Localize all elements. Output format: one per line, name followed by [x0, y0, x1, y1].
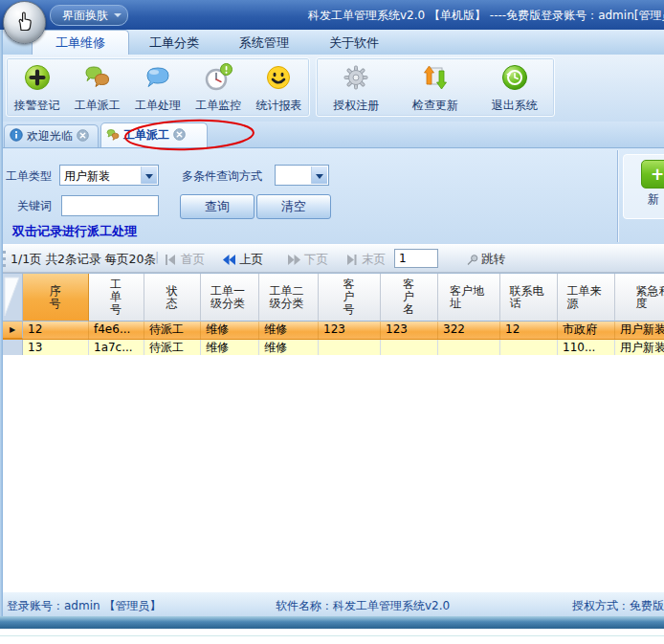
ribbon-tab-about-software[interactable]: 关于软件 [309, 31, 399, 55]
last-page-button[interactable]: 末页 [345, 252, 386, 268]
status-bar: 登录账号：admin 【管理员】 软件名称：科发工单管理系统v2.0 授权方式：… [0, 591, 664, 616]
separator: | [155, 250, 159, 264]
close-icon[interactable] [173, 128, 186, 144]
header-workorder-source[interactable]: 工单来源 [558, 274, 615, 322]
work-order-type-label: 工单类型 [6, 168, 52, 185]
header-category-2[interactable]: 工单二级分类 [259, 274, 319, 322]
new-workorder-button[interactable]: + [641, 160, 664, 189]
cell-status: 待派工 [144, 322, 201, 339]
plus-circle-icon [23, 63, 52, 96]
last-page-label: 末页 [362, 252, 386, 268]
window-left-edge [0, 30, 3, 616]
table-corner-cell[interactable] [3, 274, 23, 322]
toolbar-group-system: 授权注册 检查更新 [316, 57, 555, 117]
desktop-edge-line [0, 635, 664, 636]
skin-change-label: 界面换肤 [62, 9, 108, 22]
alarm-register-label: 接警登记 [14, 98, 60, 114]
cell-seq: 12 [23, 322, 89, 339]
work-order-type-value: 用户新装 [64, 168, 110, 185]
page-number-input[interactable] [394, 249, 438, 268]
header-customer-name[interactable]: 客户名 [381, 274, 438, 322]
multi-condition-select[interactable] [275, 165, 329, 186]
cell-customer-no: 123 [319, 322, 381, 339]
dropdown-button[interactable] [141, 167, 157, 184]
next-page-button[interactable]: 下页 [288, 252, 328, 268]
work-order-type-select[interactable]: 用户新装 [59, 165, 159, 186]
header-customer-address[interactable]: 客户地址 [438, 274, 500, 322]
clock-alert-icon [204, 63, 232, 96]
ribbon-tab-work-order-repair[interactable]: 工单维修 [32, 30, 129, 55]
dispatch-hint-text: 双击记录进行派工处理 [12, 223, 137, 240]
monitor-button[interactable]: 工单监控 [188, 58, 249, 116]
window-title: 科发工单管理系统v2.0 【单机版】 ----免费版登录账号：admin[管理员… [308, 8, 664, 24]
dispatch-button[interactable]: 工单派工 [67, 58, 127, 116]
header-contact-phone[interactable]: 联系电话 [500, 274, 558, 322]
table-empty-area [3, 355, 664, 591]
dropdown-button[interactable] [311, 167, 327, 184]
status-license-mode: 授权方式：免费版 [572, 598, 664, 614]
jump-button[interactable]: 跳转 [466, 252, 505, 268]
keyword-label: 关键词 [17, 198, 52, 214]
header-workorder-no[interactable]: 工单号 [89, 274, 144, 322]
status-login-account: 登录账号：admin 【管理员】 [7, 598, 161, 614]
ribbon-tab-system-management[interactable]: 系统管理 [219, 31, 309, 55]
license-register-button[interactable]: 授权注册 [317, 58, 396, 116]
query-panel: 工单类型 用户新装 多条件查询方式 关键词 查询 清空 双击记录进行派工处理 +… [0, 148, 664, 244]
header-customer-no[interactable]: 客户号 [319, 274, 381, 322]
chevron-down-icon [114, 13, 122, 21]
toolbar-grip[interactable] [3, 251, 6, 267]
header-status[interactable]: 状态 [144, 274, 201, 322]
status-software-name: 软件名称：科发工单管理系统v2.0 [276, 598, 450, 614]
row-selector-cell[interactable]: ▶ [3, 322, 23, 339]
corner-triangle-icon [3, 274, 21, 320]
window-bottom-border [0, 616, 664, 629]
cell-workorder-source: 市政府 [558, 322, 615, 339]
ribbon-tab-work-order-category[interactable]: 工单分类 [129, 31, 219, 55]
toolbar: 接警登记 工单派工 工单处理 [0, 55, 664, 122]
chat-bubbles-icon [83, 63, 112, 96]
cell-contact-phone: 12 [500, 322, 558, 339]
prev-page-label: 上页 [239, 252, 263, 268]
chevron-down-icon [316, 174, 323, 183]
tab-welcome[interactable]: 欢迎光临 [4, 124, 99, 147]
first-page-button[interactable]: 首页 [165, 252, 205, 268]
check-update-button[interactable]: 检查更新 [396, 58, 476, 116]
record-summary: 1/1页 共2条记录 每页20条 [11, 252, 156, 268]
report-button[interactable]: 统计报表 [249, 58, 309, 116]
app-window: 科发工单管理系统v2.0 【单机版】 ----免费版登录账号：admin[管理员… [0, 0, 664, 644]
gear-icon [342, 63, 370, 96]
history-icon [500, 63, 529, 96]
chat-bubbles-icon [106, 128, 120, 144]
skin-change-button[interactable]: 界面换肤 [50, 5, 128, 26]
header-seq[interactable]: 序号 [23, 274, 89, 322]
ribbon-tab-bar: 工单维修 工单分类 系统管理 关于软件 [0, 30, 664, 55]
exit-system-button[interactable]: 退出系统 [475, 58, 554, 116]
document-tab-bar: 欢迎光临 工单派工 [0, 122, 664, 148]
hand-cursor-icon [14, 11, 35, 35]
app-menu-orb-button[interactable] [3, 1, 46, 44]
table-row[interactable]: ▶ 12 f4e6... 待派工 维修 维修 123 123 322 12 市政… [3, 322, 664, 340]
header-urgency[interactable]: 紧急程度 [615, 274, 664, 322]
chat-bubble-icon [144, 63, 172, 96]
prev-page-button[interactable]: 上页 [223, 252, 263, 268]
tab-welcome-label: 欢迎光临 [27, 128, 73, 144]
tab-dispatch[interactable]: 工单派工 [100, 122, 208, 147]
cell-customer-name: 123 [381, 322, 438, 339]
cell-customer-address: 322 [438, 322, 500, 339]
process-label: 工单处理 [135, 98, 181, 114]
multi-condition-label: 多条件查询方式 [182, 168, 262, 185]
keyword-input[interactable] [61, 195, 159, 216]
cell-category-2: 维修 [259, 322, 319, 339]
toolbar-group-workorder: 接警登记 工单派工 工单处理 [6, 57, 310, 117]
first-page-icon [165, 255, 177, 265]
report-label: 统计报表 [255, 98, 301, 114]
panel-divider [617, 150, 619, 242]
process-button[interactable]: 工单处理 [127, 58, 188, 116]
search-button[interactable]: 查询 [180, 194, 255, 219]
alarm-register-button[interactable]: 接警登记 [7, 58, 67, 116]
tab-dispatch-label: 工单派工 [123, 127, 169, 144]
clear-button[interactable]: 清空 [256, 194, 331, 219]
close-icon[interactable] [77, 129, 89, 144]
monitor-label: 工单监控 [195, 98, 241, 114]
header-category-1[interactable]: 工单一级分类 [201, 274, 259, 322]
